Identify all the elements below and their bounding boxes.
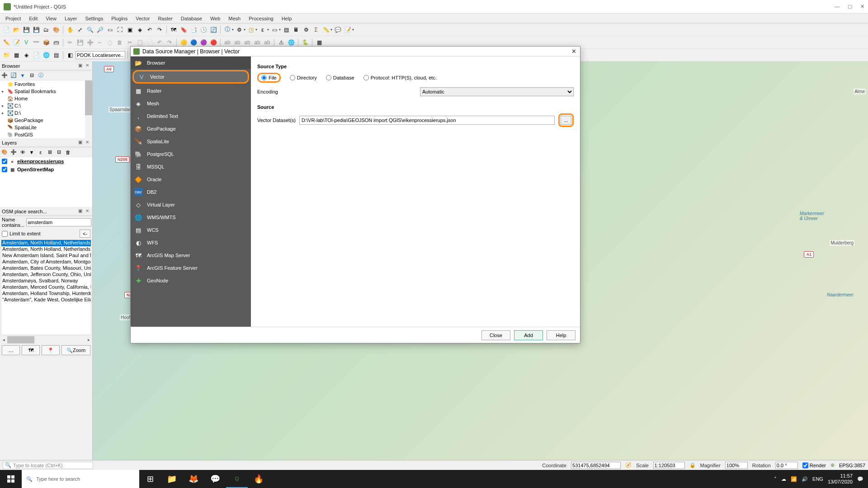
dsm-path-input[interactable] xyxy=(299,116,555,125)
tray-wifi-icon[interactable]: 📶 xyxy=(791,476,797,482)
osm-limit-checkbox[interactable]: Limit to extent xyxy=(2,231,40,237)
osm-result-item[interactable]: Amsterdamøya, Svalbard, Norway xyxy=(1,278,91,284)
start-button[interactable] xyxy=(0,470,22,488)
discord-icon[interactable]: 💬 xyxy=(204,470,226,488)
layer-expand-icon[interactable]: ⊞ xyxy=(46,149,53,156)
dsm-tab-wms[interactable]: 🌐WMS/WMTS xyxy=(131,211,251,224)
maximize-button[interactable]: ▢ xyxy=(848,4,852,9)
panel-undock-icon[interactable]: ▣ xyxy=(77,140,83,146)
panel-undock-icon[interactable]: ▣ xyxy=(77,63,83,69)
layer-eikenprocessierups[interactable]: ● eikenprocessierups xyxy=(0,157,92,165)
zoom-out-icon[interactable]: 🔎 xyxy=(95,25,104,34)
osm-result-item[interactable]: Amsterdam, Merced County, California, Un… xyxy=(1,284,91,291)
show-bookmarks-icon[interactable]: 📑 xyxy=(189,25,198,34)
layers-tree[interactable]: ● eikenprocessierups ▦ OpenStreetMap xyxy=(0,157,92,207)
cut-icon[interactable]: ✂ xyxy=(125,38,134,47)
temporal-controller-icon[interactable]: 🕓 xyxy=(199,25,208,34)
osm-back-button[interactable]: <- xyxy=(80,230,90,238)
zoom-next-icon[interactable]: ↷ xyxy=(155,25,164,34)
collapse-icon[interactable]: ⊟ xyxy=(28,72,35,79)
menu-database[interactable]: Database xyxy=(177,15,206,22)
new-spatialite-icon[interactable]: 🗃 xyxy=(52,38,61,47)
new-project-icon[interactable]: 📄 xyxy=(2,25,11,34)
taskbar-search[interactable]: 🔍 Type here to search xyxy=(22,470,139,488)
osm-zoom-button[interactable]: 🔍 Zoom xyxy=(61,345,90,355)
epsg-label[interactable]: EPSG:3857 xyxy=(839,463,865,468)
dsm-tab-mesh[interactable]: ◈Mesh xyxy=(131,97,251,110)
osm-result-item[interactable]: "Amsterdam", Kade West, Oostelijke Eilan… xyxy=(1,297,91,303)
select-value-icon[interactable]: ε xyxy=(258,25,267,34)
dsm-close-btn[interactable]: Close xyxy=(481,330,510,340)
open-project-icon[interactable]: 📂 xyxy=(12,25,21,34)
map-tips-icon[interactable]: 💬 xyxy=(333,25,342,34)
dsm-tab-delimited[interactable]: ,Delimited Text xyxy=(131,110,251,122)
plugin-icon-2[interactable]: 🔵 xyxy=(189,38,198,47)
copy-icon[interactable]: 📋 xyxy=(135,38,144,47)
label-tool-5[interactable]: ab xyxy=(263,38,272,47)
attr-table-icon[interactable]: ▤ xyxy=(282,25,291,34)
toggle-edit-icon[interactable]: 📝 xyxy=(12,38,21,47)
tray-notifications-icon[interactable]: 💬 xyxy=(857,476,863,482)
undo-icon[interactable]: ↶ xyxy=(155,38,164,47)
menu-settings[interactable]: Settings xyxy=(81,15,107,22)
layer-visibility-icon[interactable]: 👁 xyxy=(19,149,26,156)
windows-taskbar[interactable]: 🔍 Type here to search ⊞ 📁 🦊 💬 Q 🔥 ˄ ☁ 📶 … xyxy=(0,470,868,488)
dsm-tab-db2[interactable]: DB2DB2 xyxy=(131,186,251,198)
label-tool-2[interactable]: ab xyxy=(233,38,242,47)
add-vector-icon[interactable]: 📁 xyxy=(2,51,11,60)
processing-toolbox-icon[interactable]: ⚙ xyxy=(302,25,311,34)
browser-spatialite[interactable]: 🪶SpatiaLite xyxy=(0,124,92,131)
layer-checkbox[interactable] xyxy=(2,159,7,164)
dsm-tab-geonode[interactable]: ✚GeoNode xyxy=(131,274,251,287)
tray-onedrive-icon[interactable]: ☁ xyxy=(781,476,786,482)
osm-result-item[interactable]: Amsterdam, Jefferson County, Ohio, Unite… xyxy=(1,272,91,278)
new-shp-icon[interactable]: 〰 xyxy=(32,38,41,47)
dsm-tab-spatialite[interactable]: 🪶SpatiaLite xyxy=(131,135,251,148)
layer-expression-icon[interactable]: ε xyxy=(37,149,44,156)
browser-scrollbar[interactable] xyxy=(85,80,92,138)
add-wcs-icon[interactable]: ▤ xyxy=(52,51,61,60)
browser-d-drive[interactable]: ▸💽D:\ xyxy=(0,109,92,117)
zoom-in-icon[interactable]: 🔍 xyxy=(85,25,94,34)
dsm-tab-arcgis-map[interactable]: 🗺ArcGIS Map Server xyxy=(131,249,251,262)
tray-lang[interactable]: ENG xyxy=(812,476,823,482)
dsm-tab-virtual[interactable]: ◇Virtual Layer xyxy=(131,198,251,211)
panel-close-icon[interactable]: ✕ xyxy=(84,140,90,146)
firefox-icon[interactable]: 🦊 xyxy=(183,470,204,488)
browser-geopackage[interactable]: 📦GeoPackage xyxy=(0,117,92,124)
filter-icon[interactable]: ▼ xyxy=(19,72,26,79)
new-map-view-icon[interactable]: 🗺 xyxy=(169,25,178,34)
zoom-layer-icon[interactable]: ◈ xyxy=(135,25,144,34)
identify-icon[interactable]: ⓘ xyxy=(223,25,232,34)
save-edits-icon[interactable]: 💾 xyxy=(75,38,85,47)
dsm-radio-protocol[interactable]: Protocol: HTTP(S), cloud, etc. xyxy=(363,75,437,80)
osm-result-item[interactable]: New Amsterdam Island, Saint Paul and New… xyxy=(1,253,91,259)
explorer-icon[interactable]: 📁 xyxy=(161,470,183,488)
properties-icon[interactable]: ⓘ xyxy=(37,72,44,79)
osm-result-item[interactable]: Amsterdam, Holland Township, Hunterdon C… xyxy=(1,291,91,297)
scale-input[interactable] xyxy=(653,462,685,469)
menu-vector[interactable]: Vector xyxy=(132,15,153,22)
annotation-icon[interactable]: 📝 xyxy=(343,25,352,34)
refresh-icon[interactable]: 🔄 xyxy=(209,25,218,34)
dsm-tab-oracle[interactable]: 🔶Oracle xyxy=(131,173,251,186)
coord-input[interactable] xyxy=(571,462,621,469)
georef-icon[interactable]: 🌐 xyxy=(287,38,296,47)
pan-icon[interactable]: ✋ xyxy=(66,25,75,34)
osm-results-list[interactable]: Amsterdam, North Holland, Netherlands, T… xyxy=(1,239,91,335)
layer-style-icon[interactable]: 🎨 xyxy=(1,149,8,156)
menu-project[interactable]: Project xyxy=(2,15,24,22)
dsm-tab-vector[interactable]: VVector xyxy=(132,70,249,84)
minimize-button[interactable]: — xyxy=(835,4,840,9)
dsm-tab-browser[interactable]: 📂Browser xyxy=(131,56,251,69)
close-button[interactable]: ✕ xyxy=(860,4,864,9)
add-csv-icon[interactable]: 📄 xyxy=(32,51,41,60)
menu-mesh[interactable]: Mesh xyxy=(225,15,244,22)
add-layer-icon[interactable]: ➕ xyxy=(1,72,8,79)
osm-result-item[interactable]: Amsterdam, Bates County, Missouri, Unite… xyxy=(1,265,91,272)
statistics-icon[interactable]: Σ xyxy=(311,25,321,34)
osm-result-item[interactable]: Amsterdam, City of Amsterdam, Montgomery… xyxy=(1,259,91,265)
browser-c-drive[interactable]: ▸💽C:\ xyxy=(0,102,92,109)
menu-plugins[interactable]: Plugins xyxy=(108,15,131,22)
tray-volume-icon[interactable]: 🔊 xyxy=(802,476,808,482)
